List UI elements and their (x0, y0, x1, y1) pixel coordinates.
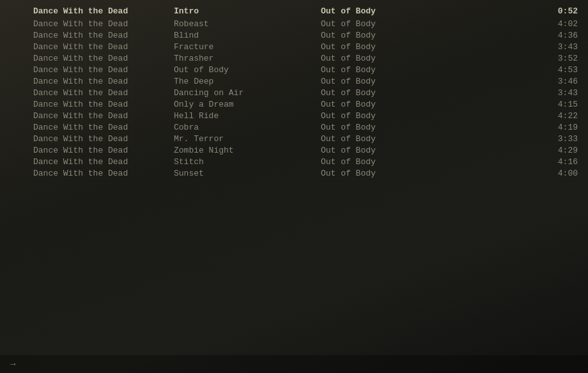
track-title: Cobra (174, 123, 321, 132)
track-list: Dance With the Dead Intro Out of Body 0:… (0, 0, 588, 184)
header-intro: Intro (174, 6, 321, 16)
track-duration: 4:16 (552, 157, 578, 167)
track-title: Out of Body (174, 65, 321, 75)
track-duration: 4:36 (552, 31, 578, 40)
track-duration: 3:33 (552, 134, 578, 144)
track-duration: 4:22 (552, 111, 578, 121)
table-row[interactable]: Dance With the DeadMr. TerrorOut of Body… (0, 133, 588, 144)
track-album: Out of Body (321, 146, 449, 155)
table-row[interactable]: Dance With the DeadOnly a DreamOut of Bo… (0, 98, 588, 110)
track-album: Out of Body (321, 111, 449, 121)
header-artist: Dance With the Dead (33, 6, 174, 16)
table-row[interactable]: Dance With the DeadCobraOut of Body4:19 (0, 121, 588, 133)
track-album: Out of Body (321, 157, 449, 167)
track-artist: Dance With the Dead (33, 146, 174, 155)
track-duration: 3:52 (552, 54, 578, 63)
track-title: The Deep (174, 77, 321, 86)
track-album: Out of Body (321, 123, 449, 132)
arrow-icon: → (10, 359, 15, 369)
track-album: Out of Body (321, 42, 449, 52)
track-album: Out of Body (321, 77, 449, 86)
track-album: Out of Body (321, 169, 449, 178)
table-row[interactable]: Dance With the DeadBlindOut of Body4:36 (0, 29, 588, 41)
track-album: Out of Body (321, 134, 449, 144)
track-title: Hell Ride (174, 111, 321, 121)
track-duration: 3:43 (552, 88, 578, 98)
track-artist: Dance With the Dead (33, 88, 174, 98)
track-title: Sunset (174, 169, 321, 178)
track-artist: Dance With the Dead (33, 134, 174, 144)
track-artist: Dance With the Dead (33, 31, 174, 40)
track-artist: Dance With the Dead (33, 123, 174, 132)
table-row[interactable]: Dance With the DeadRobeastOut of Body4:0… (0, 18, 588, 29)
track-artist: Dance With the Dead (33, 77, 174, 86)
track-duration: 3:46 (552, 77, 578, 86)
track-album: Out of Body (321, 54, 449, 63)
track-artist: Dance With the Dead (33, 157, 174, 167)
track-artist: Dance With the Dead (33, 65, 174, 75)
track-duration: 3:43 (552, 42, 578, 52)
track-title: Thrasher (174, 54, 321, 63)
track-album: Out of Body (321, 65, 449, 75)
track-album: Out of Body (321, 88, 449, 98)
table-row[interactable]: Dance With the DeadDancing on AirOut of … (0, 87, 588, 98)
track-duration: 4:02 (552, 19, 578, 29)
track-album: Out of Body (321, 100, 449, 109)
table-row[interactable]: Dance With the DeadZombie NightOut of Bo… (0, 144, 588, 156)
header-album: Out of Body (321, 6, 449, 16)
track-duration: 4:53 (552, 65, 578, 75)
track-album: Out of Body (321, 19, 449, 29)
track-title: Only a Dream (174, 100, 321, 109)
table-row[interactable]: Dance With the DeadStitchOut of Body4:16 (0, 156, 588, 167)
track-artist: Dance With the Dead (33, 169, 174, 178)
track-title: Robeast (174, 19, 321, 29)
track-artist: Dance With the Dead (33, 19, 174, 29)
track-duration: 4:29 (552, 146, 578, 155)
track-duration: 4:15 (552, 100, 578, 109)
table-row[interactable]: Dance With the DeadSunsetOut of Body4:00 (0, 167, 588, 179)
track-title: Dancing on Air (174, 88, 321, 98)
track-title: Stitch (174, 157, 321, 167)
track-title: Zombie Night (174, 146, 321, 155)
track-title: Mr. Terror (174, 134, 321, 144)
track-artist: Dance With the Dead (33, 100, 174, 109)
table-row[interactable]: Dance With the DeadThe DeepOut of Body3:… (0, 75, 588, 87)
track-artist: Dance With the Dead (33, 54, 174, 63)
table-row[interactable]: Dance With the DeadHell RideOut of Body4… (0, 110, 588, 121)
bottom-bar: → (0, 355, 588, 373)
track-duration: 4:00 (552, 169, 578, 178)
track-album: Out of Body (321, 31, 449, 40)
table-row[interactable]: Dance With the DeadOut of BodyOut of Bod… (0, 64, 588, 75)
track-duration: 4:19 (552, 123, 578, 132)
track-artist: Dance With the Dead (33, 111, 174, 121)
header-duration: 0:52 (552, 6, 578, 16)
track-title: Fracture (174, 42, 321, 52)
track-title: Blind (174, 31, 321, 40)
table-header: Dance With the Dead Intro Out of Body 0:… (0, 5, 588, 17)
track-artist: Dance With the Dead (33, 42, 174, 52)
table-row[interactable]: Dance With the DeadFractureOut of Body3:… (0, 41, 588, 52)
table-row[interactable]: Dance With the DeadThrasherOut of Body3:… (0, 52, 588, 64)
